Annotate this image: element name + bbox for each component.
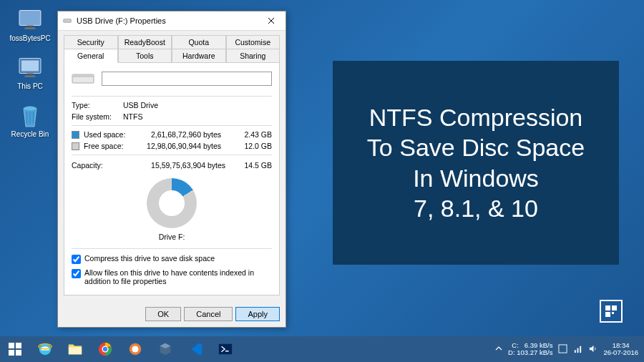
taskbar-explorer[interactable] xyxy=(60,336,90,362)
svg-rect-0 xyxy=(19,11,41,26)
taskbar-vscode[interactable] xyxy=(180,336,210,362)
headline-line: To Save Disc Space xyxy=(367,132,585,163)
headline-line: In Windows xyxy=(367,163,585,194)
drive-label: Drive F: xyxy=(72,231,272,245)
windows-icon xyxy=(9,343,21,356)
tab-security[interactable]: Security xyxy=(64,35,118,49)
tab-general[interactable]: General xyxy=(64,49,118,63)
used-space-swatch xyxy=(72,131,79,139)
used-space-label: Used space: xyxy=(84,130,134,139)
taskbar-powershell[interactable] xyxy=(210,336,240,362)
tray-network-icon[interactable] xyxy=(573,344,582,355)
compress-checkbox-label[interactable]: Compress this drive to save disk space xyxy=(84,254,215,263)
svg-rect-15 xyxy=(9,343,14,348)
ok-button[interactable]: OK xyxy=(145,307,181,321)
svg-point-24 xyxy=(103,347,107,351)
index-checkbox-label[interactable]: Allow files on this drive to have conten… xyxy=(84,268,272,285)
start-button[interactable] xyxy=(0,336,30,362)
tab-customise[interactable]: Customise xyxy=(226,35,280,49)
net-down-value: 6.39 kB/s xyxy=(525,341,553,349)
virtualbox-icon xyxy=(157,341,173,357)
tab-sharing[interactable]: Sharing xyxy=(226,49,280,63)
svg-rect-2 xyxy=(25,28,36,29)
desktop-icon-recyclebin[interactable]: Recycle Bin xyxy=(9,103,52,138)
tab-tools[interactable]: Tools xyxy=(118,49,172,63)
folder-icon xyxy=(67,341,83,357)
tray-volume-icon[interactable] xyxy=(588,344,597,355)
ie-icon xyxy=(37,341,53,357)
net-d-label: D: xyxy=(508,348,515,356)
taskbar: C: 6.39 kB/s D: 103.27 kB/s 18:34 26-07-… xyxy=(0,336,644,362)
filesystem-label: File system: xyxy=(72,112,123,121)
taskbar-virtualbox[interactable] xyxy=(150,336,180,362)
close-button[interactable] xyxy=(261,14,281,27)
svg-rect-11 xyxy=(605,305,610,310)
headline-line: 7, 8.1, & 10 xyxy=(367,193,585,224)
tray-up-icon[interactable] xyxy=(495,345,502,353)
filesystem-value: NTFS xyxy=(123,112,272,121)
svg-rect-13 xyxy=(605,312,610,317)
desktop-icon-label: fossBytesPC xyxy=(9,34,50,42)
chrome-icon xyxy=(97,341,113,357)
free-space-gb: 12.0 GB xyxy=(236,142,272,150)
desktop-icon-label: Recycle Bin xyxy=(11,130,49,138)
used-space-gb: 2.43 GB xyxy=(236,130,272,139)
svg-rect-1 xyxy=(27,26,34,28)
desktop-icon-fossbytespc[interactable]: fossBytesPC xyxy=(9,7,52,42)
powershell-icon xyxy=(218,341,233,357)
compress-checkbox[interactable] xyxy=(72,255,81,264)
capacity-gb: 14.5 GB xyxy=(236,161,272,170)
taskbar-chrome[interactable] xyxy=(90,336,120,362)
desktop-icon-label: This PC xyxy=(17,82,43,90)
svg-rect-12 xyxy=(612,305,617,310)
recycle-bin-icon xyxy=(17,103,43,129)
computer-icon xyxy=(17,55,43,81)
capacity-bytes: 15,59,75,63,904 bytes xyxy=(135,161,236,170)
vscode-icon xyxy=(187,341,203,357)
svg-rect-10 xyxy=(72,74,94,77)
net-c-label: C: xyxy=(512,341,519,349)
type-value: USB Drive xyxy=(123,101,272,109)
taskbar-app1[interactable] xyxy=(120,336,150,362)
titlebar[interactable]: USB Drive (F:) Properties xyxy=(58,11,286,31)
properties-dialog: USB Drive (F:) Properties Security Ready… xyxy=(57,11,286,328)
disk-usage-pie xyxy=(147,178,197,228)
net-up-value: 103.27 kB/s xyxy=(517,348,552,356)
svg-rect-4 xyxy=(21,61,39,72)
fossbytes-logo xyxy=(600,300,623,323)
index-checkbox[interactable] xyxy=(72,269,81,278)
svg-point-26 xyxy=(132,346,138,352)
free-space-swatch xyxy=(72,142,79,150)
svg-rect-16 xyxy=(16,343,21,348)
close-icon xyxy=(268,17,275,24)
headline-line: NTFS Compression xyxy=(367,102,585,133)
desktop-icon-thispc[interactable]: This PC xyxy=(9,55,52,90)
app-icon xyxy=(127,341,143,357)
cancel-button[interactable]: Cancel xyxy=(184,307,233,321)
free-space-bytes: 12,98,06,90,944 bytes xyxy=(138,142,232,150)
svg-point-7 xyxy=(24,107,36,111)
svg-rect-17 xyxy=(9,350,14,356)
monitor-icon xyxy=(17,7,43,33)
tray-icon-1[interactable] xyxy=(558,344,567,355)
free-space-label: Free space: xyxy=(84,142,134,150)
drive-name-input[interactable] xyxy=(102,72,272,86)
svg-rect-30 xyxy=(577,348,579,353)
apply-button[interactable]: Apply xyxy=(235,307,280,321)
tab-quota[interactable]: Quota xyxy=(172,35,226,49)
svg-rect-31 xyxy=(580,346,582,352)
svg-rect-18 xyxy=(16,350,21,356)
drive-icon xyxy=(72,70,94,87)
tab-readyboost[interactable]: ReadyBoost xyxy=(118,35,172,49)
drive-icon xyxy=(62,16,72,26)
svg-rect-29 xyxy=(575,350,576,353)
svg-rect-8 xyxy=(64,19,72,23)
svg-rect-14 xyxy=(612,312,614,314)
tray-clock[interactable]: 18:34 26-07-2016 xyxy=(603,342,638,357)
taskbar-ie[interactable] xyxy=(30,336,60,362)
svg-rect-6 xyxy=(25,76,36,77)
date-value: 26-07-2016 xyxy=(603,349,638,356)
window-title: USB Drive (F:) Properties xyxy=(77,16,166,25)
tab-hardware[interactable]: Hardware xyxy=(172,49,226,63)
capacity-label: Capacity: xyxy=(72,161,135,170)
